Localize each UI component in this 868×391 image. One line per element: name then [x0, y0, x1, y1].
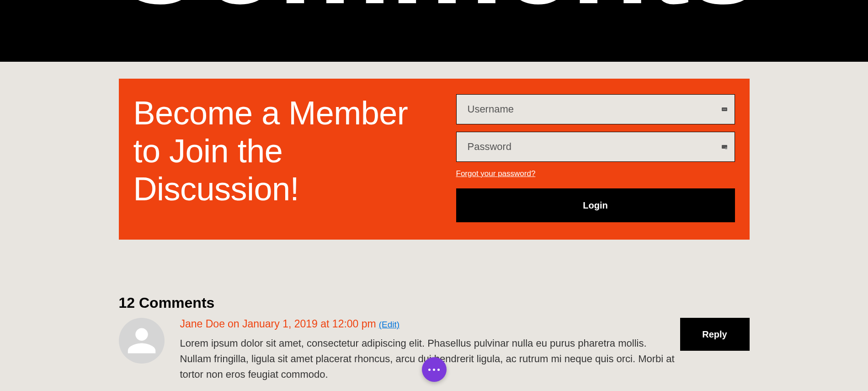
login-button[interactable]: Login — [456, 188, 735, 222]
comment-date: on January 1, 2019 at 12:00 pm — [228, 318, 376, 330]
svg-point-3 — [725, 109, 726, 110]
svg-point-1 — [723, 109, 724, 110]
svg-rect-5 — [725, 147, 727, 149]
comment-meta: Jane Doe on January 1, 2019 at 12:00 pm … — [180, 318, 680, 330]
comment-edit-link[interactable]: (Edit) — [379, 320, 399, 330]
password-field-wrap — [456, 132, 735, 162]
become-member-block: Become a Member to Join the Discussion! … — [119, 79, 750, 240]
dots-icon — [428, 369, 431, 371]
login-form: Forgot your password? Login — [456, 94, 735, 222]
avatar — [119, 318, 165, 364]
comments-heading: 12 Comments — [119, 295, 750, 311]
password-manager-icon — [720, 143, 729, 151]
member-heading: Become a Member to Join the Discussion! — [133, 94, 438, 208]
username-input[interactable] — [456, 94, 735, 124]
comment-author[interactable]: Jane Doe — [180, 318, 225, 330]
forgot-password-link[interactable]: Forgot your password? — [456, 169, 735, 178]
floating-action-button[interactable] — [422, 357, 447, 382]
svg-point-2 — [724, 109, 725, 110]
password-input[interactable] — [456, 132, 735, 162]
member-heading-wrap: Become a Member to Join the Discussion! — [133, 94, 456, 222]
reply-button[interactable]: Reply — [680, 318, 750, 351]
page-title: Comments — [111, 0, 757, 23]
username-field-wrap — [456, 94, 735, 124]
hero-banner: Comments — [0, 0, 868, 62]
user-icon — [127, 326, 157, 356]
keypass-icon — [720, 105, 729, 113]
